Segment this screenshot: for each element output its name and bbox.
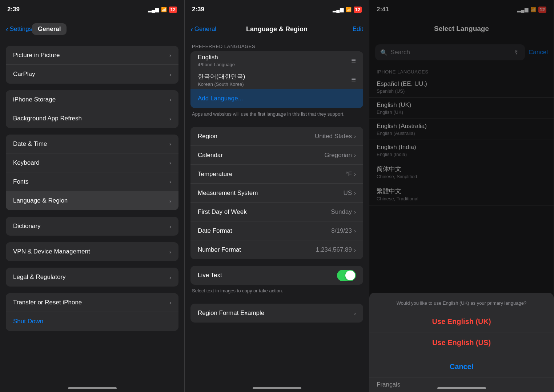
toggle-knob <box>345 271 355 280</box>
nav-bar-1: ‹ Settings General <box>0 19 184 39</box>
vpn-label: VPN & Device Management <box>13 248 90 255</box>
region-value: United States › <box>315 133 356 140</box>
dictionary-chevron: › <box>169 223 171 229</box>
legal-chevron: › <box>169 274 171 280</box>
cell-background-refresh[interactable]: Background App Refresh › <box>6 109 178 128</box>
language-region-label: Language & Region <box>13 197 68 204</box>
cell-region-format[interactable]: Region Format Example › <box>190 304 363 323</box>
cell-live-text[interactable]: Live Text <box>190 266 363 285</box>
number-format-label: Number Format <box>198 246 241 253</box>
cell-number-format[interactable]: Number Format 1,234,567.89 › <box>190 240 363 259</box>
region-format-label: Region Format Example <box>198 309 264 317</box>
number-format-value: 1,234,567.89 › <box>316 246 356 253</box>
status-icons-2: ▂▄▆ 📶 12 <box>333 7 362 13</box>
english-sub: iPhone Language <box>198 62 235 67</box>
measurement-value: US › <box>343 189 356 197</box>
languages-group: English iPhone Language ≡ 한국어(대한민국) Kore… <box>190 51 363 108</box>
calendar-chevron: › <box>354 152 356 158</box>
nav-back-2[interactable]: ‹ General <box>190 25 216 33</box>
keyboard-label: Keyboard <box>13 159 40 167</box>
cell-fonts[interactable]: Fonts › <box>6 172 178 191</box>
bg-refresh-label: Background App Refresh <box>13 115 82 122</box>
add-language-button[interactable]: Add Language... <box>190 89 363 108</box>
cell-carplay[interactable]: CarPlay › <box>6 65 178 84</box>
language-korean-row[interactable]: 한국어(대한민국) Korean (South Korea) ≡ <box>190 70 363 89</box>
date-format-chevron: › <box>354 228 356 234</box>
live-text-group: Live Text <box>190 266 363 285</box>
date-format-value: 8/19/23 › <box>331 227 356 235</box>
cell-measurement[interactable]: Measurement System US › <box>190 184 363 203</box>
cell-vpn[interactable]: VPN & Device Management › <box>6 242 178 261</box>
use-english-us-label: Use English (US) <box>432 339 491 347</box>
use-english-us-button[interactable]: Use English (US) <box>369 332 554 353</box>
date-format-label: Date Format <box>198 227 232 235</box>
language-region-chevron: › <box>169 198 171 204</box>
settings-list: Picture in Picture › CarPlay › iPhone St… <box>0 39 184 392</box>
use-english-uk-label: Use English (UK) <box>432 317 491 326</box>
panel-general: 2:39 ▂▄▆ 📶 12 ‹ Settings General Picture… <box>0 0 185 392</box>
language-english-row[interactable]: English iPhone Language ≡ <box>190 51 363 70</box>
storage-label: iPhone Storage <box>13 96 56 103</box>
cell-language-region[interactable]: Language & Region › <box>6 191 178 210</box>
korean-sub: Korean (South Korea) <box>198 81 245 87</box>
transfer-chevron: › <box>169 299 171 305</box>
add-language-label: Add Language... <box>198 95 243 102</box>
datetime-chevron: › <box>169 141 171 147</box>
cell-date-format[interactable]: Date Format 8/19/23 › <box>190 221 363 240</box>
status-icons-1: ▂▄▆ 📶 12 <box>148 7 177 13</box>
nav-title-1: General <box>32 23 67 35</box>
region-label: Region <box>198 133 217 140</box>
live-text-toggle[interactable] <box>337 270 356 281</box>
wifi-icon-2: 📶 <box>346 7 352 12</box>
group-vpn: VPN & Device Management › <box>6 242 178 261</box>
cell-dictionary[interactable]: Dictionary › <box>6 217 178 236</box>
shutdown-label: Shut Down <box>13 318 43 325</box>
cell-transfer-reset[interactable]: Transfer or Reset iPhone › <box>6 293 178 312</box>
status-bar-2: 2:39 ▂▄▆ 📶 12 <box>185 0 369 19</box>
back-chevron-2: ‹ <box>190 25 193 33</box>
footer-language: Français <box>369 377 554 392</box>
language-region-content: PREFERRED LANGUAGES English iPhone Langu… <box>185 39 369 392</box>
first-day-value: Sunday › <box>331 208 356 216</box>
group-storage: iPhone Storage › Background App Refresh … <box>6 90 178 128</box>
battery-1: 12 <box>169 7 177 13</box>
action-sheet-cancel-button[interactable]: Cancel <box>369 356 554 377</box>
keyboard-chevron: › <box>169 160 171 166</box>
nav-edit-2[interactable]: Edit <box>353 25 363 33</box>
english-content: English iPhone Language <box>198 54 235 67</box>
calendar-value: Gregorian › <box>324 152 356 159</box>
vpn-chevron: › <box>169 249 171 255</box>
reorder-english[interactable]: ≡ <box>351 57 356 65</box>
measurement-label: Measurement System <box>198 189 258 197</box>
status-bar-1: 2:39 ▂▄▆ 📶 12 <box>0 0 184 19</box>
cell-keyboard[interactable]: Keyboard › <box>6 153 178 172</box>
wifi-icon-1: 📶 <box>161 7 167 12</box>
korean-name: 한국어(대한민국) <box>198 72 245 81</box>
group-dictionary: Dictionary › <box>6 217 178 236</box>
cell-calendar[interactable]: Calendar Gregorian › <box>190 146 363 165</box>
cell-picture-in-picture[interactable]: Picture in Picture › <box>6 46 178 65</box>
cell-temperature[interactable]: Temperature °F › <box>190 165 363 184</box>
cell-iphone-storage[interactable]: iPhone Storage › <box>6 90 178 109</box>
transfer-label: Transfer or Reset iPhone <box>13 299 82 306</box>
korean-content: 한국어(대한민국) Korean (South Korea) <box>198 72 245 87</box>
signal-icon-2: ▂▄▆ <box>333 7 343 12</box>
back-label-2: General <box>194 25 216 33</box>
region-format-group: Region Format Example › <box>190 304 363 323</box>
cell-first-day[interactable]: First Day of Week Sunday › <box>190 203 363 221</box>
reorder-korean[interactable]: ≡ <box>351 76 356 84</box>
cell-region[interactable]: Region United States › <box>190 127 363 146</box>
use-english-uk-button[interactable]: Use English (UK) <box>369 311 554 332</box>
cell-legal[interactable]: Legal & Regulatory › <box>6 268 178 287</box>
bg-refresh-chevron: › <box>169 116 171 122</box>
region-format-chevron: › <box>354 310 356 316</box>
nav-back-1[interactable]: ‹ Settings <box>6 25 32 33</box>
storage-chevron: › <box>169 96 171 103</box>
group-pip-carplay: Picture in Picture › CarPlay › <box>6 46 178 84</box>
cell-date-time[interactable]: Date & Time › <box>6 135 178 153</box>
cell-shut-down[interactable]: Shut Down <box>6 312 178 331</box>
nav-bar-2: ‹ General Language & Region Edit <box>185 19 369 39</box>
panel-language-region: 2:39 ▂▄▆ 📶 12 ‹ General Language & Regio… <box>185 0 369 392</box>
number-format-chevron: › <box>354 247 356 253</box>
home-indicator-2 <box>253 387 301 389</box>
